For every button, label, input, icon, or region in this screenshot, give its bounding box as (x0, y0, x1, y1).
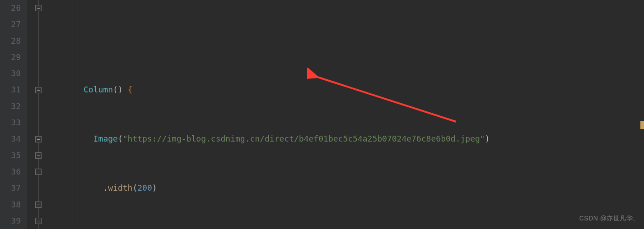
line-number: 33 (0, 114, 21, 131)
line-number: 35 (0, 147, 21, 164)
line-number: 37 (0, 180, 21, 196)
fold-toggle-icon[interactable] (35, 202, 42, 208)
fold-toggle-icon[interactable] (35, 218, 42, 224)
code-line: Column() { (54, 82, 644, 98)
line-number-gutter: 2627282930313233343536373839 (0, 0, 27, 229)
line-number: 26 (0, 0, 21, 16)
fold-toggle-icon[interactable] (35, 169, 42, 175)
fold-toggle-icon[interactable] (35, 5, 42, 11)
line-number: 36 (0, 164, 21, 180)
code-line: Image("https://img-blog.csdnimg.cn/direc… (54, 131, 644, 147)
code-area[interactable]: Column() { Image("https://img-blog.csdni… (51, 0, 644, 229)
line-number: 32 (0, 98, 21, 114)
line-number: 28 (0, 33, 21, 49)
fold-toggle-icon[interactable] (35, 152, 42, 159)
line-number: 34 (0, 131, 21, 147)
fold-toggle-icon[interactable] (35, 87, 42, 93)
line-number: 30 (0, 65, 21, 82)
fold-toggle-icon[interactable] (35, 136, 42, 142)
line-number: 27 (0, 16, 21, 32)
code-editor[interactable]: 2627282930313233343536373839 Column() { … (0, 0, 644, 229)
folding-lane[interactable] (27, 0, 51, 229)
line-number: 39 (0, 213, 21, 229)
line-number: 29 (0, 49, 21, 65)
scrollbar-marker (640, 121, 644, 129)
code-line: .width(200) (54, 180, 644, 196)
watermark-text: CSDN @亦世凡华、 (579, 210, 639, 226)
line-number: 31 (0, 82, 21, 98)
line-number: 38 (0, 197, 21, 213)
